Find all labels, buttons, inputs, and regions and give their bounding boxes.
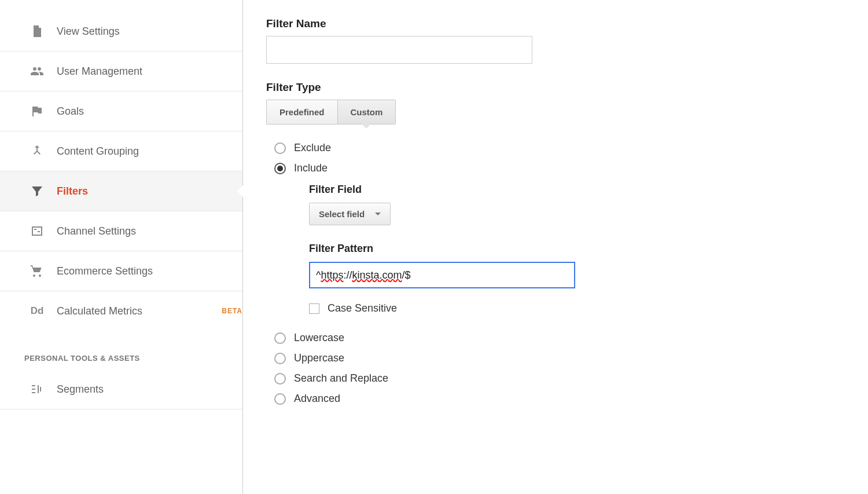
radio-icon	[274, 353, 286, 364]
filter-name-input[interactable]	[266, 36, 532, 64]
radio-icon	[274, 332, 286, 344]
pattern-text: kinsta.com	[352, 269, 402, 281]
filter-field-label: Filter Field	[309, 184, 845, 196]
filter-name-label: Filter Name	[266, 17, 845, 30]
radio-icon	[274, 393, 286, 405]
tab-predefined[interactable]: Predefined	[266, 100, 337, 125]
filter-pattern-label: Filter Pattern	[309, 243, 845, 255]
filter-pattern-input[interactable]: ^https://kinsta.com/$	[309, 262, 575, 288]
radio-label: Exclude	[294, 142, 331, 154]
radio-advanced[interactable]: Advanced	[274, 393, 845, 405]
sidebar-item-view-settings[interactable]: View Settings	[0, 12, 242, 52]
radio-include[interactable]: Include	[274, 162, 845, 174]
radio-exclude[interactable]: Exclude	[274, 142, 845, 154]
sidebar-item-label: Goals	[57, 105, 242, 118]
case-sensitive-checkbox[interactable]: Case Sensitive	[309, 302, 845, 314]
funnel-icon	[29, 184, 45, 198]
filter-radio-list: Exclude Include Filter Field Select fiel…	[266, 142, 845, 405]
beta-badge: BETA	[222, 307, 242, 315]
pattern-text: ://	[343, 269, 352, 281]
checkbox-icon	[309, 303, 319, 314]
sidebar: View Settings User Management Goals Cont…	[0, 0, 243, 494]
pattern-text: /$	[402, 269, 411, 281]
filter-type-group: Filter Type Predefined Custom Exclude In…	[266, 81, 845, 405]
main-content: Filter Name Filter Type Predefined Custo…	[243, 0, 868, 494]
sidebar-item-label: Content Grouping	[57, 145, 242, 158]
filter-type-tabs: Predefined Custom	[266, 100, 845, 125]
sidebar-item-calculated-metrics[interactable]: Dd Calculated Metrics BETA	[0, 291, 242, 331]
radio-label: Search and Replace	[294, 372, 388, 385]
filter-name-group: Filter Name	[266, 17, 845, 64]
include-subsection: Filter Field Select field Filter Pattern…	[309, 184, 845, 314]
sidebar-section-header: PERSONAL TOOLS & ASSETS	[0, 331, 242, 369]
sidebar-item-label: Ecommerce Settings	[57, 265, 242, 277]
sidebar-item-label: User Management	[57, 65, 242, 78]
sidebar-item-goals[interactable]: Goals	[0, 92, 242, 131]
sidebar-item-label: View Settings	[57, 25, 242, 38]
sidebar-item-ecommerce-settings[interactable]: Ecommerce Settings	[0, 251, 242, 291]
sidebar-item-label: Segments	[57, 383, 242, 396]
sidebar-item-label: Channel Settings	[57, 225, 242, 237]
radio-uppercase[interactable]: Uppercase	[274, 352, 845, 364]
radio-label: Lowercase	[294, 332, 344, 344]
merge-icon	[29, 144, 45, 158]
tab-custom[interactable]: Custom	[337, 100, 396, 125]
flag-icon	[29, 104, 45, 118]
pattern-text: ^	[316, 269, 321, 281]
checkbox-label: Case Sensitive	[328, 302, 397, 314]
arrows-icon	[29, 224, 45, 238]
sidebar-item-label: Calculated Metrics	[57, 305, 218, 317]
sidebar-item-channel-settings[interactable]: Channel Settings	[0, 211, 242, 251]
radio-label: Uppercase	[294, 352, 344, 364]
cart-icon	[29, 264, 45, 278]
radio-icon	[274, 142, 286, 154]
radio-icon	[274, 373, 286, 385]
sidebar-item-filters[interactable]: Filters	[0, 171, 242, 211]
chevron-down-icon	[375, 213, 381, 215]
filter-type-label: Filter Type	[266, 81, 845, 94]
sidebar-item-content-grouping[interactable]: Content Grouping	[0, 131, 242, 171]
segments-icon	[29, 382, 45, 396]
select-field-label: Select field	[319, 209, 365, 219]
radio-label: Include	[294, 162, 328, 174]
radio-label: Advanced	[294, 393, 340, 405]
users-icon	[29, 64, 45, 78]
radio-search-replace[interactable]: Search and Replace	[274, 372, 845, 385]
sidebar-item-segments[interactable]: Segments	[0, 369, 242, 409]
pattern-text: https	[321, 269, 343, 281]
select-field-dropdown[interactable]: Select field	[309, 203, 391, 225]
document-icon	[29, 24, 45, 38]
radio-icon	[274, 163, 286, 174]
radio-lowercase[interactable]: Lowercase	[274, 332, 845, 344]
sidebar-item-label: Filters	[57, 185, 242, 197]
sidebar-item-user-management[interactable]: User Management	[0, 52, 242, 92]
dd-icon: Dd	[29, 304, 45, 318]
